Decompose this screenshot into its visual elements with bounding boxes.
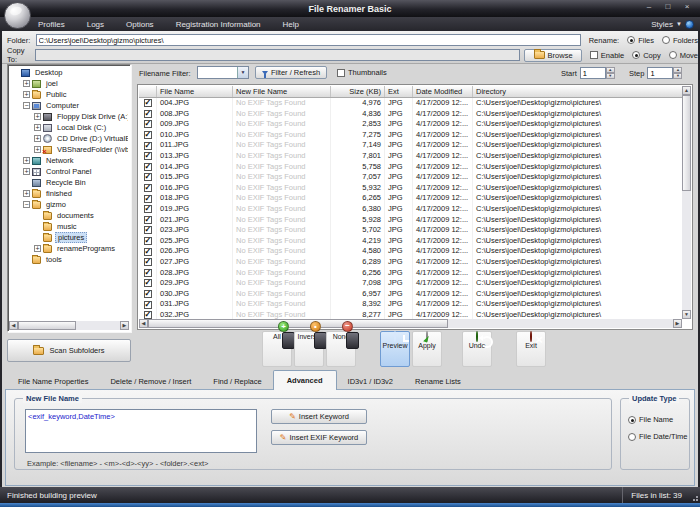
copy-radio[interactable] — [632, 51, 640, 59]
files-radio[interactable] — [627, 36, 635, 44]
tree-item-renameprograms[interactable]: +renamePrograms — [10, 243, 128, 254]
tab-find-replace[interactable]: Find / Replace — [202, 373, 272, 390]
scroll-up-icon[interactable]: ▲ — [682, 86, 691, 95]
tree-horizontal-scrollbar[interactable]: ◀ ▶ — [9, 321, 129, 330]
file-checkbox[interactable] — [144, 173, 152, 181]
tab-advanced[interactable]: Advanced — [273, 370, 337, 390]
file-checkbox[interactable] — [144, 301, 152, 309]
table-row[interactable]: 009.JPGNo EXIF Tags Found2,853JPG4/17/20… — [139, 119, 682, 130]
plus-expander-icon[interactable]: + — [34, 135, 41, 142]
close-button[interactable]: × — [682, 2, 692, 11]
enable-option[interactable]: Enable — [590, 51, 624, 60]
move-option[interactable]: Move — [669, 51, 698, 60]
file-checkbox[interactable] — [144, 131, 152, 139]
menu-item-help[interactable]: Help — [283, 20, 299, 29]
tree-item-floppy-disk-drive-a[interactable]: +Floppy Disk Drive (A:) — [10, 111, 128, 122]
file-checkbox[interactable] — [144, 110, 152, 118]
table-row[interactable]: 030.JPGNo EXIF Tags Found6,957JPG4/17/20… — [139, 289, 682, 300]
copy-to-input[interactable] — [35, 49, 521, 61]
tree-item-music[interactable]: music — [10, 221, 128, 232]
table-row[interactable]: 031.JPGNo EXIF Tags Found8,392JPG4/17/20… — [139, 299, 682, 310]
file-checkbox[interactable] — [144, 142, 152, 150]
plus-expander-icon[interactable]: + — [23, 80, 30, 87]
maximize-button[interactable]: □ — [663, 2, 673, 11]
tree-item-gizmo[interactable]: −gizmo — [10, 199, 128, 210]
file-checkbox[interactable] — [144, 205, 152, 213]
inverse-button[interactable]: Inverse — [294, 331, 324, 367]
menu-item-options[interactable]: Options — [126, 20, 154, 29]
file-checkbox[interactable] — [144, 120, 152, 128]
step-stepper[interactable]: ▲▼ — [647, 67, 682, 79]
file-checkbox[interactable] — [144, 216, 152, 224]
column-header-size-kb[interactable]: Size (KB) — [331, 86, 385, 97]
spin-down-icon[interactable]: ▼ — [606, 73, 615, 79]
minus-expander-icon[interactable]: − — [23, 201, 30, 208]
tree-item-computer[interactable]: −Computer — [10, 100, 128, 111]
tree-item-documents[interactable]: documents — [10, 210, 128, 221]
move-radio[interactable] — [669, 51, 677, 59]
browse-button[interactable]: Browse — [524, 49, 581, 62]
tree-item-joel[interactable]: +joel — [10, 78, 128, 89]
column-header-directory[interactable]: Directory — [473, 86, 682, 97]
tree-item-local-disk-c[interactable]: +Local Disk (C:) — [10, 122, 128, 133]
insert-exif-keyword-button[interactable]: ✎ Insert EXIF Keyword — [271, 430, 367, 445]
undo-button[interactable]: Undo — [462, 331, 492, 367]
table-row[interactable]: 018.JPGNo EXIF Tags Found6,265JPG4/17/20… — [139, 193, 682, 204]
file-name-radio[interactable] — [628, 416, 636, 424]
start-stepper[interactable]: ▲▼ — [580, 67, 615, 79]
column-header-check[interactable] — [139, 86, 157, 97]
tree-item-network[interactable]: +Network — [10, 155, 128, 166]
scroll-down-icon[interactable]: ▼ — [682, 310, 691, 319]
plus-expander-icon[interactable]: + — [34, 113, 41, 120]
tree-item-tools[interactable]: tools — [10, 254, 128, 265]
start-input[interactable] — [580, 67, 606, 79]
resize-grip[interactable] — [690, 487, 700, 503]
spin-down-icon[interactable]: ▼ — [673, 73, 682, 79]
table-row[interactable]: 029.JPGNo EXIF Tags Found7,098JPG4/17/20… — [139, 278, 682, 289]
file-checkbox[interactable] — [144, 290, 152, 298]
scroll-right-icon[interactable]: ▶ — [673, 319, 682, 328]
filename-filter-combo[interactable]: ▼ — [197, 66, 249, 79]
scroll-left-icon[interactable]: ◀ — [139, 319, 148, 328]
file-checkbox[interactable] — [144, 279, 152, 287]
file-checkbox[interactable] — [144, 226, 152, 234]
tree-item-cd-drive-d-virtualbox-guest[interactable]: +CD Drive (D:) VirtualBox Guest — [10, 133, 128, 144]
file-checkbox[interactable] — [144, 163, 152, 171]
file-checkbox[interactable] — [144, 184, 152, 192]
thumbnails-checkbox[interactable] — [337, 69, 345, 77]
styles-menu[interactable]: Styles ▼ — [651, 20, 694, 29]
insert-keyword-button[interactable]: ✎ Insert Keyword — [271, 409, 367, 424]
update-file-name-option[interactable]: File Name — [628, 415, 673, 424]
step-input[interactable] — [647, 67, 673, 79]
exit-button[interactable]: Exit — [516, 331, 546, 367]
new-file-name-pattern-input[interactable]: <exif_keyword,DateTime> — [25, 409, 257, 453]
tree-item-finished[interactable]: +finished — [10, 188, 128, 199]
table-row[interactable]: 015.JPGNo EXIF Tags Found7,057JPG4/17/20… — [139, 172, 682, 183]
file-datetime-radio[interactable] — [628, 433, 636, 441]
table-row[interactable]: 027.JPGNo EXIF Tags Found6,289JPG4/17/20… — [139, 257, 682, 268]
minus-expander-icon[interactable]: − — [23, 102, 30, 109]
tab-id3v1-id3v2[interactable]: ID3v1 / ID3v2 — [337, 373, 404, 390]
file-checkbox[interactable] — [144, 99, 152, 107]
enable-checkbox[interactable] — [590, 51, 598, 59]
scroll-right-icon[interactable]: ▶ — [120, 321, 129, 330]
table-row[interactable]: 025.JPGNo EXIF Tags Found4,219JPG4/17/20… — [139, 236, 682, 247]
column-header-new-file-name[interactable]: New File Name — [233, 86, 331, 97]
file-checkbox[interactable] — [144, 269, 152, 277]
list-horizontal-scrollbar[interactable]: ◀ ▶ — [139, 319, 682, 328]
plus-expander-icon[interactable]: + — [23, 91, 30, 98]
thumbnails-option[interactable]: Thumbnails — [337, 68, 387, 77]
table-row[interactable]: 013.JPGNo EXIF Tags Found7,801JPG4/17/20… — [139, 151, 682, 162]
preview-button[interactable]: Preview — [380, 331, 410, 367]
apply-button[interactable]: Apply — [412, 331, 442, 367]
rename-folders-option[interactable]: Folders — [662, 36, 698, 45]
table-row[interactable]: 021.JPGNo EXIF Tags Found5,928JPG4/17/20… — [139, 215, 682, 226]
filter-refresh-button[interactable]: Filter / Refresh — [255, 66, 327, 79]
table-row[interactable]: 004.JPGNo EXIF Tags Found4,976JPG4/17/20… — [139, 98, 682, 109]
file-checkbox[interactable] — [144, 195, 152, 203]
file-checkbox[interactable] — [144, 237, 152, 245]
tree-item-desktop[interactable]: Desktop — [10, 67, 128, 78]
tab-delete-remove-insert[interactable]: Delete / Remove / Insert — [99, 373, 202, 390]
column-header-date-modified[interactable]: Date Modified — [413, 86, 473, 97]
table-row[interactable]: 010.JPGNo EXIF Tags Found7,275JPG4/17/20… — [139, 130, 682, 141]
